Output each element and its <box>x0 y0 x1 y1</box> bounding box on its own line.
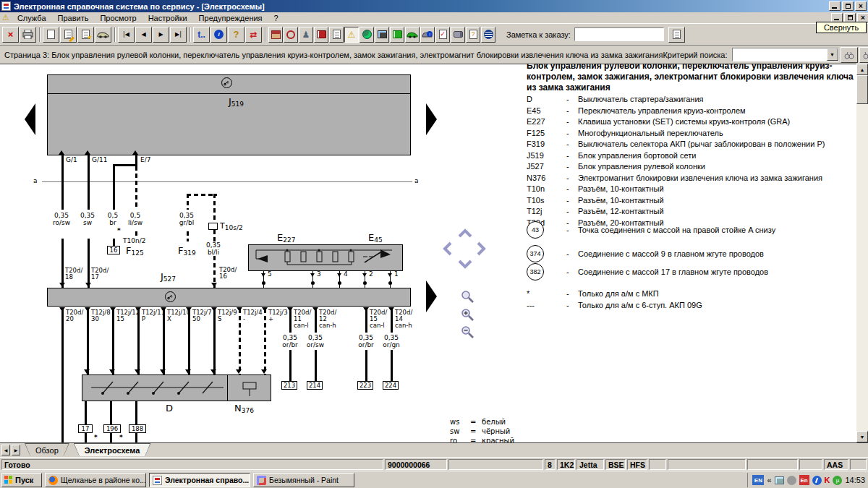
wire <box>88 239 90 288</box>
menu-sluzhba[interactable]: Служба <box>12 14 52 22</box>
label-d: D <box>166 403 173 414</box>
search-prev-button[interactable] <box>859 47 868 63</box>
order-note-button[interactable] <box>668 27 685 43</box>
vehicle-data-button[interactable] <box>405 27 420 43</box>
pan-up-button[interactable] <box>458 228 472 239</box>
restore-button[interactable] <box>842 1 854 11</box>
scrollbar-thumb[interactable] <box>856 75 868 104</box>
search-criteria-combobox[interactable]: ▼ <box>732 48 839 61</box>
tab-scroll-left-button[interactable]: ◀ <box>1 445 10 455</box>
statue-icon: ♟ <box>302 30 310 40</box>
exit-button[interactable]: × <box>2 27 19 43</box>
search-input[interactable] <box>733 49 827 60</box>
close-button[interactable]: × <box>855 1 867 11</box>
status-field <box>799 459 822 470</box>
next-page-button[interactable]: ▶ <box>153 27 169 43</box>
taskbar-item-elsa[interactable]: Электронная справо... <box>149 473 250 487</box>
menu-preduprezhdeniya[interactable]: Предупреждения <box>193 14 268 22</box>
search-next-button[interactable] <box>841 47 858 63</box>
menu-prosmotr[interactable]: Просмотр <box>94 14 142 22</box>
legend-ground-row: 374-Соединение с массой 9 в главном жгут… <box>527 245 854 262</box>
window-title: Электронная справочная система по сервис… <box>14 2 265 11</box>
info-button[interactable]: i <box>210 27 227 43</box>
connection-dot <box>388 281 392 285</box>
print-button[interactable] <box>20 27 36 43</box>
utorrent-icon[interactable]: µ <box>833 476 842 485</box>
minimize-button[interactable] <box>829 1 841 11</box>
last-page-button[interactable]: ▶| <box>170 27 187 43</box>
dropdown-button[interactable]: ▼ <box>827 48 838 61</box>
vehicle-button[interactable] <box>95 27 111 43</box>
scroll-right-arrow-2[interactable] <box>426 281 437 312</box>
label-t10s2: T10s/2 <box>220 221 243 231</box>
zoom-reset-button[interactable] <box>461 290 475 305</box>
wire <box>289 350 292 382</box>
menu-pravit[interactable]: Править <box>52 14 95 22</box>
taskbar-item-paint[interactable]: Безымянный - Paint <box>253 473 354 487</box>
menu-help[interactable]: ? <box>268 14 284 22</box>
zoom-out-button[interactable] <box>461 325 475 341</box>
wire-label: 0,35gr/bl <box>171 212 203 226</box>
power-icon[interactable] <box>812 476 822 485</box>
manuals-button[interactable] <box>314 27 328 43</box>
monitor-button[interactable] <box>375 27 389 43</box>
presenter-button[interactable] <box>451 27 465 43</box>
volume-icon[interactable] <box>787 476 796 485</box>
parts-catalog-button[interactable] <box>268 27 283 43</box>
wire <box>110 401 112 424</box>
kaspersky-icon[interactable]: K <box>825 476 830 484</box>
order-note-input[interactable] <box>574 27 664 41</box>
legend-ground-row: 382-Соединение с массой 17 в главном жгу… <box>527 263 854 281</box>
scroll-down-button[interactable]: ▼ <box>856 431 868 442</box>
wire-arrow <box>287 307 293 312</box>
taskbar-item-browser[interactable]: Щелканье в районе ко... <box>45 473 146 487</box>
refresh-button[interactable]: ⇄ <box>245 27 262 43</box>
pan-right-button[interactable] <box>477 241 486 257</box>
tray-expand-chevron[interactable]: « <box>767 476 771 484</box>
pin-number: 2 <box>369 270 373 278</box>
last-page-icon: ▶| <box>175 31 182 38</box>
info-icon: i <box>214 30 224 39</box>
vehicle-info-button[interactable]: ! <box>420 27 435 43</box>
web-button[interactable] <box>481 27 495 43</box>
note-document-button[interactable]: ★ <box>77 27 94 43</box>
network-icon[interactable] <box>775 476 784 484</box>
scroll-left-arrow[interactable] <box>25 103 35 135</box>
vertical-scrollbar[interactable] <box>856 64 868 442</box>
scroll-right-arrow[interactable] <box>426 103 437 135</box>
help-keys-button[interactable]: ? <box>228 27 244 43</box>
restore-icon <box>848 15 853 20</box>
wheel-button[interactable] <box>284 27 298 43</box>
language-indicator[interactable]: EN <box>752 475 764 485</box>
tab-scroll-right-button[interactable]: ▶ <box>12 445 20 455</box>
label-j519: J519 <box>229 96 244 107</box>
doc-help-button[interactable]: ? <box>466 27 480 43</box>
green-book-button[interactable] <box>390 27 404 43</box>
pan-left-button[interactable] <box>443 241 452 257</box>
service-button[interactable]: ♟ <box>299 27 313 43</box>
edit-document-button[interactable] <box>60 27 77 43</box>
globe-button[interactable] <box>359 27 374 43</box>
wire <box>61 239 64 288</box>
new-document-button[interactable] <box>43 27 59 43</box>
tab-electroskhema[interactable]: Электросхема <box>74 443 151 456</box>
wiring-diagrams-button[interactable]: ⚠ <box>344 27 359 43</box>
wire-label: 0,35bl/li <box>197 241 229 256</box>
t-button[interactable]: t.. <box>193 27 210 43</box>
block-j527 <box>47 288 411 307</box>
prev-page-button[interactable]: ◀ <box>135 27 152 43</box>
pin-label: T12j/1215 <box>116 309 140 322</box>
checklist-button[interactable]: ✓ <box>435 27 450 43</box>
legend-row: F125-Многофункциональный переключатель <box>527 128 854 138</box>
first-page-button[interactable]: |◀ <box>118 27 135 43</box>
document-list-button[interactable] <box>329 27 344 43</box>
start-label: Пуск <box>15 476 33 484</box>
menu-nastroiki[interactable]: Настройки <box>142 14 193 22</box>
scroll-up-button[interactable]: ▲ <box>856 64 868 75</box>
wire-label: 0,5li/sw <box>119 212 151 226</box>
start-button[interactable]: Пуск <box>1 473 42 487</box>
language-indicator-alt[interactable]: En <box>799 475 809 485</box>
zoom-in-button[interactable] <box>461 308 475 323</box>
pan-down-button[interactable] <box>458 260 472 270</box>
tab-obzor[interactable]: Обзор <box>25 443 69 456</box>
